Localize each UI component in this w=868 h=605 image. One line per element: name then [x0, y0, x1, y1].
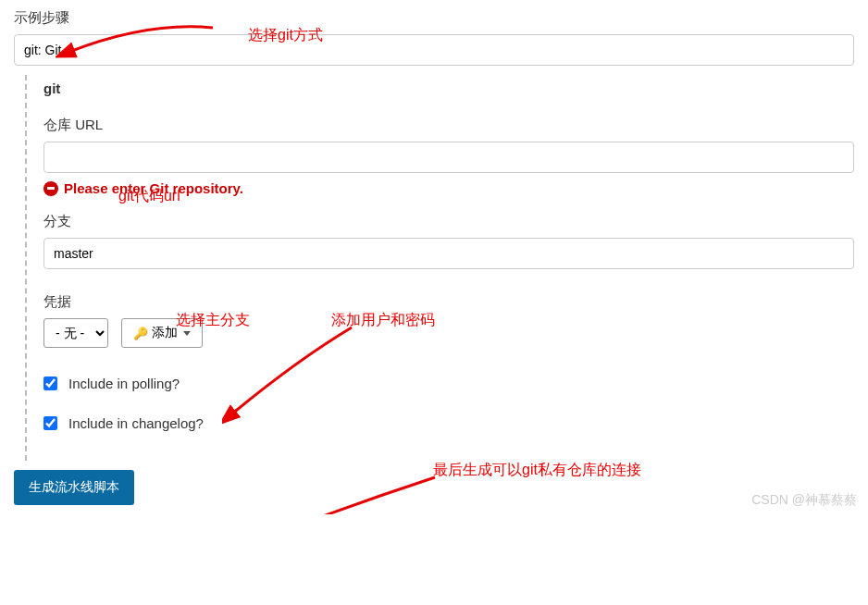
generate-pipeline-button[interactable]: 生成流水线脚本 — [14, 470, 134, 505]
include-changelog-checkbox[interactable] — [43, 416, 57, 430]
git-subtitle: git — [43, 80, 854, 96]
chevron-down-icon — [183, 331, 191, 336]
branch-label: 分支 — [43, 213, 854, 230]
include-polling-checkbox[interactable] — [43, 377, 57, 390]
step-select-input[interactable] — [14, 34, 854, 66]
watermark: CSDN @神慕蔡蔡 — [751, 492, 857, 509]
add-button-label: 添加 — [152, 325, 178, 341]
include-polling-label: Include in polling? — [68, 376, 180, 391]
creds-label: 凭据 — [43, 293, 854, 311]
error-row: Please enter Git repository. — [43, 180, 854, 196]
include-changelog-label: Include in changelog? — [68, 415, 204, 431]
add-creds-button[interactable]: 🔑 添加 — [121, 318, 203, 348]
error-icon — [43, 181, 58, 196]
annotation-final-gen: 最后生成可以git私有仓库的连接 — [433, 461, 641, 480]
repo-url-label: 仓库 URL — [43, 117, 854, 134]
arrow-to-generate — [167, 474, 444, 514]
error-text: Please enter Git repository. — [64, 180, 243, 196]
creds-select[interactable]: - 无 - — [43, 318, 108, 348]
git-config-area: git 仓库 URL Please enter Git repository. … — [25, 75, 854, 461]
key-icon: 🔑 — [133, 327, 148, 340]
example-steps-label: 示例步骤 — [14, 9, 854, 27]
repo-url-input[interactable] — [43, 142, 854, 173]
branch-input[interactable] — [43, 238, 854, 269]
